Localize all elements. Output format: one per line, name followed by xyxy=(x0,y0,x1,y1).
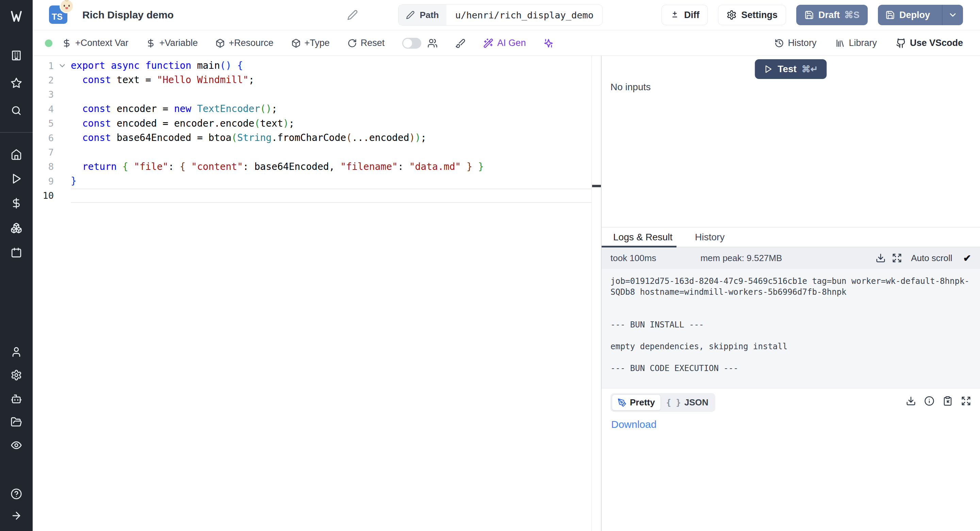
add-context-var-button[interactable]: +Context Var xyxy=(62,38,128,48)
editor-code-area[interactable]: export async function main() { const tex… xyxy=(71,56,592,531)
clipboard-icon[interactable] xyxy=(943,396,953,406)
play-icon[interactable] xyxy=(11,173,22,185)
home-icon[interactable] xyxy=(11,149,22,160)
fold-chevron-icon[interactable] xyxy=(54,61,71,70)
format-brush-button[interactable] xyxy=(455,38,466,48)
settings-button[interactable]: Settings xyxy=(718,5,786,25)
line-number: 8 xyxy=(33,161,54,172)
draft-button[interactable]: Draft ⌘S xyxy=(796,5,868,25)
expand-icon[interactable] xyxy=(892,253,902,263)
search-icon[interactable] xyxy=(11,105,22,116)
overview-ruler-cursor-mark xyxy=(592,185,601,187)
settings-icon[interactable] xyxy=(11,369,22,381)
test-button[interactable]: Test ⌘↵ xyxy=(755,59,827,79)
line-number: 4 xyxy=(33,104,54,114)
buildings-icon[interactable] xyxy=(11,50,22,61)
use-vscode-button[interactable]: Use VScode xyxy=(896,38,963,48)
boxes-icon[interactable] xyxy=(11,222,22,234)
pretty-tab[interactable]: Pretty xyxy=(612,394,661,410)
editor-gutter: 12345678910 xyxy=(33,56,71,531)
download-link[interactable]: Download xyxy=(611,419,656,430)
code-line-10[interactable] xyxy=(71,188,592,203)
header-actions: Diff Settings Draft ⌘S Deploy xyxy=(662,5,963,25)
deploy-main[interactable]: Deploy xyxy=(878,5,937,25)
add-type-button[interactable]: +Type xyxy=(291,38,330,48)
gutter-row: 3 xyxy=(33,88,71,102)
editor-toolbar: +Context Var +Variable +Resource +Type R… xyxy=(33,30,980,56)
library-button[interactable]: Library xyxy=(835,38,877,48)
code-line-1[interactable]: export async function main() { xyxy=(71,59,592,73)
use-vscode-label: Use VScode xyxy=(910,38,963,48)
tab-logs-result[interactable]: Logs & Result xyxy=(613,232,672,243)
add-resource-button[interactable]: +Resource xyxy=(215,38,273,48)
draft-label: Draft xyxy=(818,10,840,21)
add-variable-button[interactable]: +Variable xyxy=(146,38,198,48)
expand-icon[interactable] xyxy=(961,396,971,406)
folder-open-icon[interactable] xyxy=(11,416,22,428)
deploy-button[interactable]: Deploy xyxy=(878,5,963,25)
refresh-icon xyxy=(347,38,357,48)
deploy-dropdown[interactable] xyxy=(942,5,963,25)
download-icon[interactable] xyxy=(875,253,886,263)
code-line-6[interactable]: const base64Encoded = btoa(String.fromCh… xyxy=(71,131,592,145)
json-label: JSON xyxy=(684,397,708,408)
line-number: 5 xyxy=(33,118,54,129)
edit-summary-pencil-icon[interactable] xyxy=(347,10,358,21)
code-line-7[interactable] xyxy=(71,145,592,159)
code-line-5[interactable]: const encoded = encoder.encode(text); xyxy=(71,116,592,131)
code-editor[interactable]: 12345678910 export async function main()… xyxy=(33,56,592,531)
bot-icon[interactable] xyxy=(11,393,22,405)
chevron-down-icon xyxy=(948,10,958,20)
editor-scrollbar[interactable] xyxy=(592,56,601,531)
history-button[interactable]: History xyxy=(775,38,816,48)
dollar-icon[interactable] xyxy=(11,198,22,209)
active-tab-underline xyxy=(601,246,676,247)
ai-gen-label: AI Gen xyxy=(497,38,526,48)
play-icon xyxy=(764,65,772,73)
star-icon[interactable] xyxy=(11,77,22,89)
path-label-section: Path xyxy=(398,5,446,25)
code-line-8[interactable]: return { "file": { "content": base64Enco… xyxy=(71,159,592,174)
add-variable-label: +Variable xyxy=(159,38,198,48)
calendar-icon[interactable] xyxy=(11,247,22,258)
code-line-2[interactable]: const text = "Hello Windmill"; xyxy=(71,73,592,87)
info-icon[interactable] xyxy=(924,396,934,406)
pencil-icon xyxy=(406,11,415,19)
path-input[interactable]: Path u/henri/rich_display_demo xyxy=(398,5,603,26)
arrow-right-icon[interactable] xyxy=(11,510,22,521)
line-number: 3 xyxy=(33,89,54,100)
reset-button[interactable]: Reset xyxy=(347,38,385,48)
history-label: History xyxy=(788,38,816,48)
path-label: Path xyxy=(420,10,439,21)
run-duration: took 100ms xyxy=(611,253,656,263)
code-line-4[interactable]: const encoder = new TextEncoder(); xyxy=(71,102,592,116)
settings-label: Settings xyxy=(741,10,778,21)
path-value[interactable]: u/henri/rich_display_demo xyxy=(447,10,602,21)
collab-toggle[interactable] xyxy=(402,38,421,49)
user-icon[interactable] xyxy=(11,346,22,358)
gear-icon xyxy=(727,10,737,20)
sparkles-button[interactable] xyxy=(543,38,554,48)
auto-scroll-label[interactable]: Auto scroll xyxy=(911,253,952,263)
code-line-9[interactable]: } xyxy=(71,174,592,188)
windmill-logo[interactable] xyxy=(9,9,24,24)
diff-label: Diff xyxy=(684,10,699,21)
script-language-badge[interactable]: TS xyxy=(49,5,68,24)
status-dot xyxy=(45,40,52,47)
gutter-row: 9 xyxy=(33,174,71,188)
download-icon[interactable] xyxy=(906,396,916,406)
panel-splitter[interactable] xyxy=(601,56,601,531)
dollar-icon xyxy=(146,38,156,48)
code-line-3[interactable] xyxy=(71,88,592,102)
tab-history[interactable]: History xyxy=(695,232,724,243)
gutter-row: 8 xyxy=(33,159,71,174)
diff-button[interactable]: Diff xyxy=(662,5,708,25)
help-icon[interactable] xyxy=(11,488,22,500)
users-icon[interactable] xyxy=(427,38,438,48)
result-actions xyxy=(906,396,971,406)
eye-icon[interactable] xyxy=(11,439,22,451)
json-tab[interactable]: { } JSON xyxy=(661,395,714,410)
check-icon[interactable]: ✔ xyxy=(963,253,971,264)
log-actions: Auto scroll ✔ xyxy=(875,253,971,264)
ai-gen-button[interactable]: AI Gen xyxy=(483,38,526,48)
